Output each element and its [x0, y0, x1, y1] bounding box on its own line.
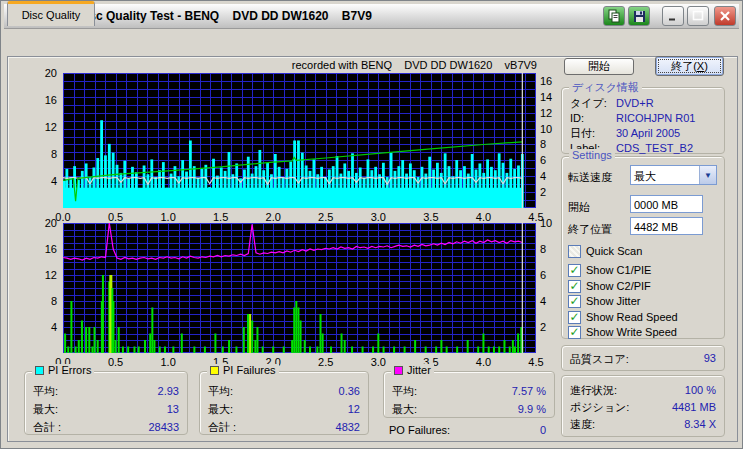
checkbox-label: Show Read Speed: [586, 311, 678, 323]
po-failures-row: PO Failures: 0: [389, 424, 546, 436]
stat-row-label: 平均:: [392, 382, 417, 400]
titlebar-buttons: [603, 6, 736, 26]
status-value: 8.34 X: [684, 416, 716, 433]
status-label: ポジション:: [570, 399, 629, 416]
status-row: ポジション:4481 MB: [570, 399, 716, 416]
checkbox-checked[interactable]: ✓: [568, 264, 581, 277]
checkbox-label: Show C1/PIE: [586, 264, 651, 276]
tab-label: Disc Quality: [22, 9, 81, 21]
y-axis-tick: 20: [31, 217, 57, 229]
jitter-stats-rows: 平均:7.57 %最大:9.9 %: [384, 372, 554, 418]
checkbox-checked[interactable]: ✓: [568, 311, 581, 324]
end-position-field[interactable]: [630, 217, 703, 235]
save-icon: [633, 10, 646, 23]
y-axis-tick: 4: [31, 175, 57, 187]
pi-errors-legend-label: PI Errors: [48, 364, 91, 376]
x-axis-tick: 3.0: [362, 356, 394, 368]
minimize-button[interactable]: [662, 6, 684, 26]
tab-disc-quality[interactable]: Disc Quality: [7, 1, 95, 26]
x-axis-tick: 4.0: [467, 211, 499, 223]
disc-info-row: 日付:30 April 2005: [570, 126, 716, 141]
checkbox-row-show-c2-pif[interactable]: ✓Show C2/PIF: [568, 279, 651, 293]
close-button[interactable]: [714, 6, 736, 26]
jitter-legend-label: Jitter: [407, 364, 431, 376]
y-axis-tick: 12: [31, 121, 57, 133]
status-label: 速度:: [570, 416, 595, 433]
disc-info-label: ID:: [570, 111, 616, 126]
x-axis-tick: 1.5: [205, 211, 237, 223]
status-value: 100 %: [685, 382, 716, 399]
y-axis-tick: 16: [31, 243, 57, 255]
quality-score-box: 品質スコア: 93: [561, 345, 725, 371]
checkbox-unchecked[interactable]: [568, 245, 581, 258]
save-button[interactable]: [628, 6, 650, 26]
y-axis-tick: 16: [540, 75, 566, 87]
stat-row-value: 9.9 %: [518, 400, 546, 418]
y-axis-tick: 8: [31, 148, 57, 160]
stat-row-value: 12: [348, 400, 360, 418]
stat-row: 平均:0.36: [208, 382, 360, 400]
stat-row-value: 2.93: [158, 382, 179, 400]
disc-info-label: タイプ:: [570, 96, 616, 111]
chart-canvas: [63, 223, 536, 353]
start-button[interactable]: 開始: [564, 58, 634, 75]
stat-row: 合計 :4832: [208, 418, 360, 436]
pi-failures-legend-label: PI Failures: [223, 364, 276, 376]
checkbox-row-show-jitter[interactable]: ✓Show Jitter: [568, 294, 640, 308]
disc-info-value: CDS_TEST_B2: [616, 141, 693, 156]
disc-info-rows: タイプ:DVD+RID:RICOHJPN R01日付:30 April 2005…: [562, 88, 724, 156]
speed-combobox[interactable]: 最大 ▼: [630, 165, 717, 185]
progress-box: 進行状況:100 %ポジション:4481 MB速度:8.34 X: [561, 375, 725, 437]
disc-info-row: ID:RICOHJPN R01: [570, 111, 716, 126]
stat-row: 最大:12: [208, 400, 360, 418]
pi-failures-stats-rows: 平均:0.36最大:12合計 :4832: [200, 372, 368, 436]
x-axis-tick: 4.5: [520, 356, 552, 368]
x-axis-tick: 4.0: [467, 356, 499, 368]
quality-score-value: 93: [704, 352, 716, 367]
checkbox-checked[interactable]: ✓: [568, 295, 581, 308]
checkbox-checked[interactable]: ✓: [568, 326, 581, 339]
speed-label: 転送速度: [568, 170, 612, 185]
y-axis-tick: 12: [31, 269, 57, 281]
checkbox-row-quick-scan[interactable]: Quick Scan: [568, 244, 642, 258]
disc-info-label: 日付:: [570, 126, 616, 141]
jitter-stats-box: Jitter 平均:7.57 %最大:9.9 %: [383, 371, 555, 418]
stat-row-label: 平均:: [33, 382, 58, 400]
pi-errors-legend-chip: [35, 366, 44, 375]
status-value: 4481 MB: [672, 399, 716, 416]
quality-score-label: 品質スコア:: [570, 352, 629, 367]
title-bar[interactable]: CD Speed : Disc Quality Test - BENQ DVD …: [4, 4, 739, 29]
stat-row-label: 最大:: [33, 400, 58, 418]
checkbox-row-show-write-speed[interactable]: ✓Show Write Speed: [568, 325, 677, 339]
disc-info-title: ディスク情報: [569, 80, 642, 95]
stop-button[interactable]: 終了(X): [655, 56, 724, 76]
settings-title: Settings: [569, 149, 615, 161]
stat-row-value: 7.57 %: [512, 382, 546, 400]
status-row: 進行状況:100 %: [570, 382, 716, 399]
stat-row: 最大:9.9 %: [392, 400, 546, 418]
end-position-label: 終了位置: [568, 222, 612, 237]
chevron-down-icon[interactable]: ▼: [699, 166, 716, 184]
status-rows: 進行状況:100 %ポジション:4481 MB速度:8.34 X: [562, 376, 724, 433]
disc-info-value: RICOHJPN R01: [616, 111, 695, 126]
x-axis-tick: 3.0: [362, 211, 394, 223]
checkbox-row-show-read-speed[interactable]: ✓Show Read Speed: [568, 310, 678, 324]
start-position-label: 開始: [568, 200, 590, 215]
maximize-button[interactable]: [687, 6, 709, 26]
po-failures-value: 0: [540, 424, 546, 436]
disc-info-box: ディスク情報 タイプ:DVD+RID:RICOHJPN R01日付:30 Apr…: [561, 87, 725, 154]
copy-button[interactable]: [603, 6, 625, 26]
y-axis-tick: 4: [31, 321, 57, 333]
copy-icon: [607, 9, 621, 23]
close-icon: [719, 10, 731, 22]
stat-row-value: 13: [167, 400, 179, 418]
checkbox-label: Show C2/PIF: [586, 280, 651, 292]
stat-row: 平均:7.57 %: [392, 382, 546, 400]
start-position-field[interactable]: [630, 195, 703, 213]
checkbox-row-show-c1-pie[interactable]: ✓Show C1/PIE: [568, 263, 651, 277]
y-axis-tick: 16: [31, 94, 57, 106]
speed-combobox-value: 最大: [631, 166, 699, 184]
stat-row-value: 0.36: [339, 382, 360, 400]
checkbox-checked[interactable]: ✓: [568, 280, 581, 293]
stat-row-value: 28433: [148, 418, 179, 436]
